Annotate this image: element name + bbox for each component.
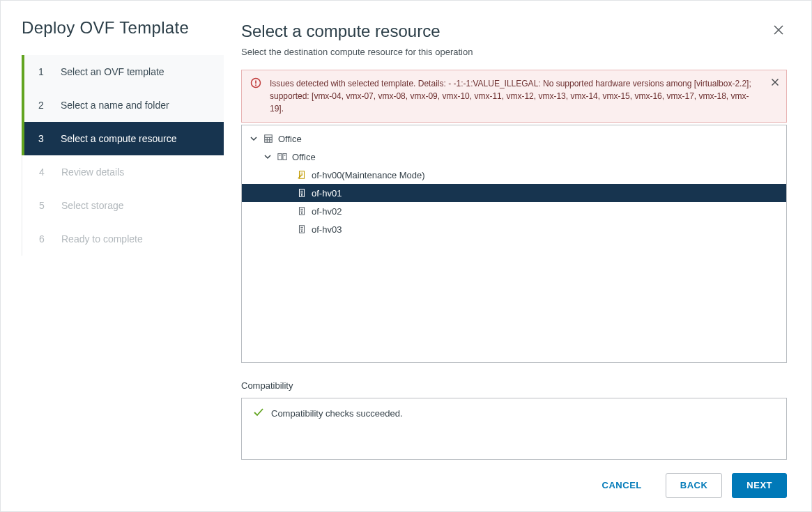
chevron-down-icon[interactable] xyxy=(263,153,273,160)
error-alert-text: Issues detected with selected template. … xyxy=(270,79,751,114)
back-button[interactable]: BACK xyxy=(666,473,723,498)
step-label: Select a name and folder xyxy=(61,100,169,111)
compatibility-panel: Compatibility checks succeeded. xyxy=(241,398,787,460)
next-button[interactable]: NEXT xyxy=(732,473,787,498)
host-label: of-hv01 xyxy=(312,188,342,199)
step-label: Select storage xyxy=(61,200,124,211)
svg-point-23 xyxy=(301,194,302,195)
cluster-icon xyxy=(277,152,288,162)
wizard-footer: CANCEL BACK NEXT xyxy=(1,460,811,511)
compatibility-success-row: Compatibility checks succeeded. xyxy=(253,407,775,420)
datacenter-icon xyxy=(263,134,274,143)
chevron-down-icon[interactable] xyxy=(249,135,259,142)
svg-rect-12 xyxy=(278,154,282,160)
modal-body: Deploy OVF Template 1Select an OVF templ… xyxy=(1,1,811,460)
host-icon xyxy=(296,224,307,234)
wizard-steps: 1Select an OVF template2Select a name an… xyxy=(22,55,224,256)
wizard-main: Select a compute resource Select the des… xyxy=(224,1,811,460)
close-button[interactable] xyxy=(770,22,787,40)
error-icon xyxy=(250,77,261,92)
page-subtitle: Select the destination compute resource … xyxy=(241,47,787,57)
host-label: of-hv03 xyxy=(312,224,342,235)
tree-cluster[interactable]: Office xyxy=(242,148,786,166)
step-number: 5 xyxy=(39,200,52,211)
tree-host-2[interactable]: of-hv02 xyxy=(242,202,786,220)
close-icon xyxy=(771,79,779,88)
host-icon xyxy=(296,188,307,198)
error-alert: Issues detected with selected template. … xyxy=(241,70,787,123)
step-label: Select an OVF template xyxy=(61,66,164,77)
deploy-ovf-wizard-modal: Deploy OVF Template 1Select an OVF templ… xyxy=(0,0,812,512)
tree-host-0[interactable]: of-hv00(Maintenance Mode) xyxy=(242,166,786,184)
cluster-label: Office xyxy=(292,152,316,162)
svg-point-27 xyxy=(301,212,302,213)
alert-close-button[interactable] xyxy=(771,77,779,90)
wizard-step-6: 6Ready to complete xyxy=(22,222,224,256)
svg-point-31 xyxy=(301,231,302,231)
compatibility-message: Compatibility checks succeeded. xyxy=(271,408,403,419)
compute-resource-tree[interactable]: OfficeOfficeof-hv00(Maintenance Mode)of-… xyxy=(241,125,787,363)
host-label: of-hv02 xyxy=(312,206,342,217)
wizard-title: Deploy OVF Template xyxy=(1,18,224,55)
cancel-button[interactable]: CANCEL xyxy=(588,473,656,498)
wizard-step-1[interactable]: 1Select an OVF template xyxy=(22,55,224,88)
tree-datacenter[interactable]: Office xyxy=(242,130,786,148)
step-number: 4 xyxy=(39,166,52,178)
step-number: 2 xyxy=(38,100,51,111)
compatibility-label: Compatibility xyxy=(241,380,787,391)
page-title: Select a compute resource xyxy=(241,22,440,41)
step-label: Ready to complete xyxy=(61,233,143,245)
datacenter-label: Office xyxy=(278,134,302,144)
step-number: 3 xyxy=(38,133,51,144)
svg-point-19 xyxy=(300,175,302,176)
host-label: of-hv00(Maintenance Mode) xyxy=(312,170,425,180)
svg-rect-7 xyxy=(265,135,273,143)
wizard-step-3[interactable]: 3Select a compute resource xyxy=(22,122,224,155)
host-maintenance-icon xyxy=(296,170,307,180)
wizard-sidebar: Deploy OVF Template 1Select an OVF templ… xyxy=(1,1,224,460)
svg-rect-13 xyxy=(283,154,286,160)
wizard-step-5: 5Select storage xyxy=(22,189,224,222)
step-number: 6 xyxy=(39,233,52,245)
step-label: Select a compute resource xyxy=(61,133,177,144)
wizard-step-2[interactable]: 2Select a name and folder xyxy=(22,88,224,122)
step-label: Review details xyxy=(61,166,124,178)
tree-host-1[interactable]: of-hv01 xyxy=(242,184,786,202)
wizard-step-4: 4Review details xyxy=(22,155,224,189)
tree-host-3[interactable]: of-hv03 xyxy=(242,220,786,238)
check-icon xyxy=(253,407,264,420)
close-icon xyxy=(773,27,784,38)
step-number: 1 xyxy=(38,66,51,77)
svg-point-4 xyxy=(255,84,256,86)
host-icon xyxy=(296,206,307,216)
